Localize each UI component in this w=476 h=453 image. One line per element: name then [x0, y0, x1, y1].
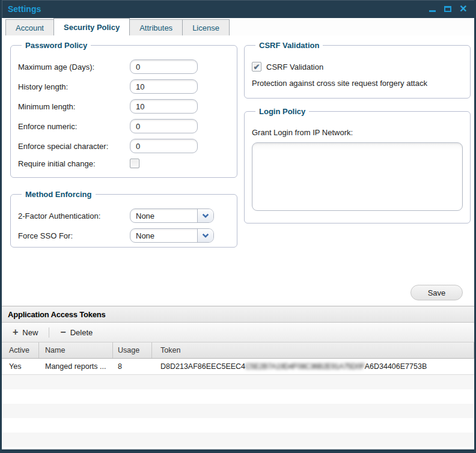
- check-icon: ✔: [254, 63, 260, 71]
- settings-window: Settings ✕ Account Security Policy Attri…: [0, 0, 476, 453]
- history-length-label: History length:: [18, 82, 130, 91]
- force-sso-selected-value: None: [130, 229, 197, 242]
- tab-account[interactable]: Account: [5, 19, 54, 35]
- delete-token-button[interactable]: − Delete: [55, 326, 97, 339]
- tokens-panel-title: Application Access Tokens: [8, 310, 106, 319]
- force-sso-label: Force SSO For:: [18, 231, 130, 240]
- save-row: Save: [410, 285, 463, 300]
- history-length-input[interactable]: [130, 79, 198, 94]
- token-usage-cell: 8: [113, 359, 152, 374]
- field-row: History length:: [18, 79, 230, 94]
- chevron-down-icon: [202, 211, 209, 218]
- column-header-name[interactable]: Name: [39, 342, 113, 358]
- close-button[interactable]: ✕: [459, 4, 468, 14]
- delete-button-label: Delete: [70, 328, 93, 337]
- force-sso-select[interactable]: None: [130, 228, 214, 243]
- field-row: Require initial change:: [18, 159, 230, 168]
- token-table-row[interactable]: Yes Manged reports ... 8 D8D213AF86EEC5E…: [2, 359, 474, 375]
- tab-label: License: [192, 23, 219, 32]
- require-initial-change-label: Require initial change:: [18, 159, 130, 168]
- minus-icon: −: [60, 327, 66, 337]
- password-policy-group: Password Policy Maximum age (Days): Hist…: [10, 41, 237, 178]
- enforce-special-input[interactable]: [130, 139, 198, 153]
- empty-rows-area: [2, 375, 474, 449]
- field-row: Minimum length:: [18, 99, 230, 114]
- login-policy-legend: Login Policy: [255, 107, 309, 116]
- maximize-icon: [444, 6, 451, 12]
- titlebar: Settings ✕: [2, 0, 474, 18]
- grant-login-label: Grant Login from IP Network:: [252, 128, 463, 137]
- toolbar-separator: [49, 327, 49, 338]
- max-age-input[interactable]: [130, 59, 198, 74]
- csrf-validation-group: CSRF Validation ✔ CSRF Validation Protec…: [244, 41, 471, 99]
- column-header-active[interactable]: Active: [2, 342, 39, 358]
- min-length-input[interactable]: [130, 99, 198, 114]
- csrf-validation-legend: CSRF Validation: [255, 41, 323, 50]
- tab-label: Attributes: [139, 23, 172, 32]
- method-enforcing-group: Method Enforcing 2-Factor Authentication…: [10, 190, 237, 248]
- field-row: Force SSO For: None: [18, 228, 230, 243]
- tab-bar: Account Security Policy Attributes Licen…: [2, 18, 474, 35]
- csrf-checkbox-label: CSRF Validation: [266, 62, 323, 71]
- token-name-cell: Manged reports ...: [39, 359, 113, 374]
- tokens-panel-header: Application Access Tokens: [2, 306, 474, 323]
- security-policy-panel: Password Policy Maximum age (Days): Hist…: [2, 35, 474, 306]
- method-enforcing-legend: Method Enforcing: [22, 190, 96, 199]
- csrf-checkbox-row: ✔ CSRF Validation: [252, 62, 463, 71]
- require-initial-change-checkbox[interactable]: [130, 159, 139, 168]
- tab-license[interactable]: License: [182, 19, 230, 35]
- tab-security-policy[interactable]: Security Policy: [53, 18, 130, 35]
- enforce-numeric-input[interactable]: [130, 119, 198, 133]
- token-obscured-middle: C5E2B7A19D4F08C36B2E91A75D0F: [245, 362, 365, 371]
- new-token-button[interactable]: + New: [8, 326, 43, 339]
- window-controls: ✕: [427, 4, 468, 14]
- password-policy-legend: Password Policy: [22, 41, 91, 50]
- max-age-label: Maximum age (Days):: [18, 62, 130, 71]
- two-factor-select[interactable]: None: [130, 208, 214, 223]
- csrf-validation-checkbox[interactable]: ✔: [252, 62, 261, 71]
- tab-label: Security Policy: [64, 23, 120, 32]
- two-factor-label: 2-Factor Authentication:: [18, 211, 130, 220]
- tokens-toolbar: + New − Delete: [2, 323, 474, 342]
- min-length-label: Minimum length:: [18, 102, 130, 111]
- dropdown-button: [197, 229, 213, 242]
- enforce-numeric-label: Enforce numeric:: [18, 122, 130, 131]
- token-active-cell: Yes: [2, 359, 39, 374]
- field-row: Enforce numeric:: [18, 119, 230, 133]
- right-column: CSRF Validation ✔ CSRF Validation Protec…: [237, 35, 474, 306]
- dropdown-button: [197, 209, 213, 222]
- column-header-token[interactable]: Token: [152, 342, 474, 358]
- tokens-table-header: Active Name Usage Token: [2, 342, 474, 359]
- two-factor-selected-value: None: [130, 209, 197, 222]
- field-row: 2-Factor Authentication: None: [18, 208, 230, 223]
- field-row: Enforce special character:: [18, 139, 230, 153]
- minimize-button[interactable]: [427, 4, 437, 14]
- chevron-down-icon: [202, 231, 209, 238]
- plus-icon: +: [13, 327, 18, 337]
- left-column: Password Policy Maximum age (Days): Hist…: [2, 35, 237, 306]
- new-button-label: New: [22, 328, 38, 337]
- window-title: Settings: [8, 4, 41, 14]
- tokens-table: Active Name Usage Token Yes Manged repor…: [2, 342, 474, 449]
- field-row: Maximum age (Days):: [18, 59, 230, 74]
- csrf-description: Protection against cross site request fo…: [252, 79, 463, 88]
- token-value-cell: D8D213AF86EEC5EEC4C5E2B7A19D4F08C36B2E91…: [152, 359, 474, 374]
- tab-attributes[interactable]: Attributes: [129, 19, 183, 35]
- login-policy-group: Login Policy Grant Login from IP Network…: [244, 107, 471, 223]
- maximize-button[interactable]: [443, 4, 453, 14]
- grant-login-textarea[interactable]: [252, 142, 463, 211]
- enforce-special-label: Enforce special character:: [18, 142, 130, 151]
- tab-label: Account: [16, 23, 44, 32]
- token-prefix: D8D213AF86EEC5EEC4: [160, 362, 245, 371]
- save-button[interactable]: Save: [410, 285, 463, 300]
- minimize-icon: [429, 10, 436, 12]
- close-icon: ✕: [459, 4, 467, 14]
- token-suffix: A6D34406E7753B: [365, 362, 427, 371]
- column-header-usage[interactable]: Usage: [113, 342, 152, 358]
